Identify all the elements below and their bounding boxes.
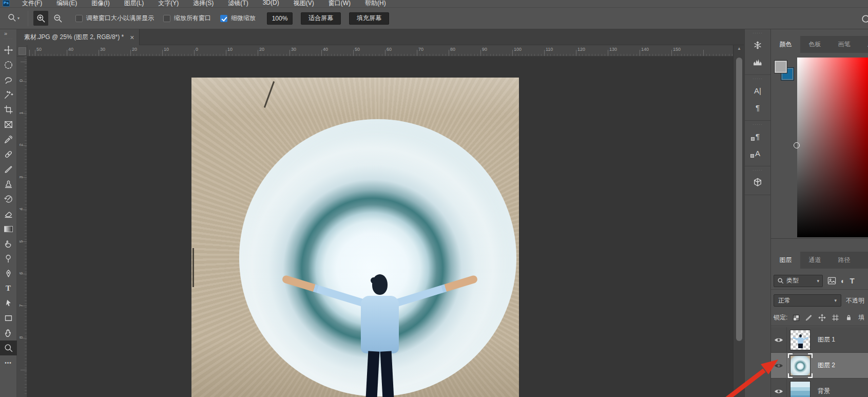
layer-filter-dropdown[interactable]: 类型 ▾ xyxy=(774,275,823,287)
filter-type-layers-icon[interactable]: T xyxy=(850,276,854,285)
tab-路径[interactable]: 路径 xyxy=(830,252,859,269)
resize-windows-label: 调整窗口大小以满屏显示 xyxy=(86,14,154,23)
layer-row[interactable]: 图层 1 xyxy=(771,327,868,353)
visibility-eye-icon[interactable] xyxy=(771,379,787,397)
move-tool[interactable] xyxy=(0,43,17,58)
histogram-icon[interactable] xyxy=(745,53,770,70)
resize-windows-checkbox[interactable]: 调整窗口大小以满屏显示 xyxy=(75,14,154,23)
tab-颜色[interactable]: 颜色 xyxy=(771,36,800,53)
fit-screen-button[interactable]: 适合屏幕 xyxy=(301,12,341,25)
menu-item[interactable]: 3D(D) xyxy=(256,0,286,8)
brush-settings-icon[interactable] xyxy=(745,36,770,53)
lock-paint-icon[interactable] xyxy=(805,314,813,322)
filter-adjustment-layers-icon[interactable]: ◐ xyxy=(841,277,845,285)
crop-tool[interactable] xyxy=(0,102,17,117)
menu-item[interactable]: 图层(L) xyxy=(117,0,151,8)
menu-item[interactable]: 选择(S) xyxy=(186,0,221,8)
tab-图层[interactable]: 图层 xyxy=(771,252,800,269)
path-selection-tool[interactable] xyxy=(0,296,17,311)
search-icon[interactable] xyxy=(861,14,868,27)
ruler-label: 50 xyxy=(355,47,360,52)
gradient-tool[interactable] xyxy=(0,221,17,236)
scrubby-zoom-checkbox[interactable]: 细微缩放 xyxy=(220,14,256,23)
smudge-tool[interactable] xyxy=(0,236,17,251)
zoom-out-button[interactable] xyxy=(50,11,65,26)
eraser-tool[interactable] xyxy=(0,206,17,221)
marquee-tool[interactable] xyxy=(0,58,17,72)
color-picker-marker[interactable] xyxy=(794,142,800,148)
menu-item[interactable]: 帮助(H) xyxy=(358,0,393,8)
lasso-tool[interactable] xyxy=(0,72,17,87)
menu-item[interactable]: 文件(F) xyxy=(15,0,49,8)
ruler-origin-box[interactable] xyxy=(17,45,27,56)
tab-色板[interactable]: 色板 xyxy=(800,36,830,53)
edit-toolbar-button[interactable]: ••• xyxy=(0,355,17,370)
zoom-percent-field[interactable]: 100% xyxy=(267,12,293,25)
panel-grip: ····· xyxy=(745,76,770,82)
dodge-tool[interactable] xyxy=(0,251,17,266)
zoom-tool-preset[interactable]: ▾ xyxy=(3,11,24,26)
hand-tool[interactable] xyxy=(0,326,17,341)
zoom-in-button[interactable] xyxy=(33,11,48,26)
brush-tool[interactable] xyxy=(0,162,17,177)
blend-mode-row: 正常 ▾ 不透明 xyxy=(771,292,868,309)
panel-group: ····· xyxy=(745,166,770,195)
ruler-label: 5 xyxy=(18,237,24,245)
menu-item[interactable]: 窗口(W) xyxy=(321,0,358,8)
blend-mode-dropdown[interactable]: 正常 ▾ xyxy=(774,294,841,307)
canvas-image[interactable] xyxy=(191,78,519,397)
layer-row[interactable]: 图层 2 xyxy=(771,353,868,379)
tab-画笔[interactable]: 画笔 xyxy=(830,36,859,53)
fill-screen-button[interactable]: 填充屏幕 xyxy=(349,12,389,25)
layer-row[interactable]: 背景 xyxy=(771,379,868,397)
magic-wand-tool[interactable] xyxy=(0,87,17,102)
layer-thumbnail[interactable] xyxy=(790,381,811,397)
menu-item[interactable]: 文字(Y) xyxy=(151,0,186,8)
menu-item[interactable]: 图像(I) xyxy=(84,0,117,8)
checkbox-checked-icon xyxy=(220,15,227,22)
ceiling-gap-line xyxy=(264,81,275,108)
panel-group: ····· xyxy=(745,29,770,75)
zoom-tool[interactable] xyxy=(0,341,17,355)
frame-tool[interactable] xyxy=(0,117,17,132)
layer-thumbnail[interactable] xyxy=(790,330,811,350)
visibility-eye-icon[interactable] xyxy=(771,353,787,379)
layer-thumbnail[interactable] xyxy=(790,355,811,376)
clone-stamp-tool[interactable] xyxy=(0,177,17,192)
eyedropper-tool[interactable] xyxy=(0,132,17,147)
scroll-up-icon[interactable]: ▲ xyxy=(734,46,745,51)
vertical-scrollbar[interactable]: ▲ xyxy=(733,45,744,397)
tab-通道[interactable]: 通道 xyxy=(800,252,830,269)
filter-pixel-layers-icon[interactable] xyxy=(827,277,836,285)
3d-panel-icon[interactable] xyxy=(745,174,770,191)
lock-all-icon[interactable] xyxy=(845,314,853,322)
menu-item[interactable]: 滤镜(T) xyxy=(221,0,255,8)
visibility-eye-icon[interactable] xyxy=(771,327,787,353)
paragraph-panel-icon[interactable]: ¶ xyxy=(745,99,770,116)
tab-历史[interactable]: 历史 xyxy=(859,36,868,53)
healing-brush-tool[interactable] xyxy=(0,147,17,162)
foreground-color-swatch[interactable] xyxy=(774,60,787,73)
character-styles-icon[interactable]: A xyxy=(745,145,770,162)
paragraph-styles-icon[interactable]: ¶ xyxy=(745,128,770,145)
character-panel-icon[interactable]: A| xyxy=(745,82,770,99)
rectangle-tool[interactable] xyxy=(0,311,17,326)
document-tab[interactable]: 素材.JPG @ 25% (图层 2, RGB/8*) * × xyxy=(17,29,140,45)
pen-tool[interactable] xyxy=(0,266,17,281)
lock-artboard-icon[interactable] xyxy=(832,314,839,322)
history-brush-tool[interactable] xyxy=(0,192,17,206)
person-torso xyxy=(361,296,399,353)
lock-position-icon[interactable] xyxy=(818,314,826,322)
close-icon[interactable]: × xyxy=(130,34,134,41)
ruler-label: 0 xyxy=(196,47,198,52)
saturation-brightness-field[interactable] xyxy=(797,58,868,237)
tools-panel: » ····· T ••• xyxy=(0,29,17,397)
scrollbar-thumb[interactable] xyxy=(736,58,742,341)
menu-item[interactable]: 视图(V) xyxy=(286,0,321,8)
type-tool[interactable]: T xyxy=(0,281,17,296)
lock-row: 锁定: 填 xyxy=(771,310,868,326)
menu-item[interactable]: 编辑(E) xyxy=(49,0,84,8)
lock-transparency-icon[interactable] xyxy=(793,315,799,321)
zoom-all-windows-checkbox[interactable]: 缩放所有窗口 xyxy=(163,14,211,23)
ruler-label: 2 xyxy=(18,141,24,149)
